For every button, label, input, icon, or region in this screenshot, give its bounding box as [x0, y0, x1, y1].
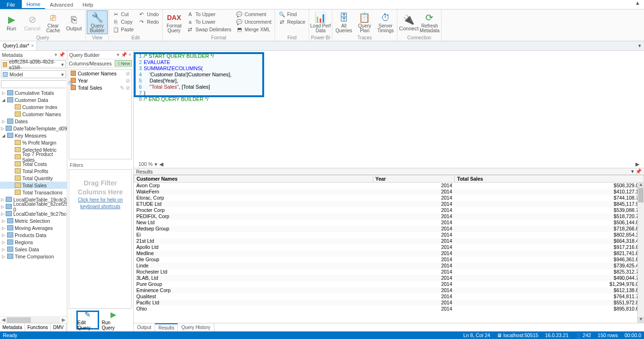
- expander-icon[interactable]: ▷: [1, 204, 4, 209]
- item-action[interactable]: ⊘: [126, 71, 130, 76]
- column-header[interactable]: Customer Names: [134, 175, 373, 183]
- tree-item[interactable]: Customer Names: [0, 110, 67, 118]
- connect-button[interactable]: 🔌Connect: [398, 10, 419, 34]
- scroll-left[interactable]: ◀: [159, 161, 163, 167]
- query-plan-button[interactable]: 📋Query Plan: [354, 10, 375, 34]
- column-header[interactable]: Year: [373, 175, 455, 183]
- tab-output[interactable]: Output: [134, 323, 155, 331]
- tree-item[interactable]: Customer Index: [0, 103, 67, 110]
- zoom-dropdown[interactable]: ▾: [155, 161, 157, 167]
- scroll-right[interactable]: ▶: [635, 161, 639, 167]
- help-link[interactable]: keyboard shortcuts: [80, 204, 120, 209]
- run-button[interactable]: ▶Run: [1, 10, 22, 34]
- close-icon[interactable]: ×: [31, 43, 34, 48]
- to-lower-button[interactable]: aTo Lower: [185, 18, 233, 26]
- qb-item[interactable]: Total Sales✎⊘: [69, 84, 131, 91]
- tree-item[interactable]: ◢Key Measures: [0, 132, 67, 139]
- qb-item[interactable]: Year⊘: [69, 77, 131, 84]
- table-row[interactable]: 3LAB, Ltd2014$490,044.70: [134, 275, 644, 281]
- cut-button[interactable]: ✂Cut: [111, 10, 135, 18]
- undo-button[interactable]: ↶Undo: [137, 10, 160, 18]
- tree-item[interactable]: ▷Time Comparison: [0, 253, 67, 260]
- table-row[interactable]: Ei2014$802,854.30: [134, 232, 644, 238]
- paste-button[interactable]: 📋Paste: [111, 26, 135, 33]
- tab-query-history[interactable]: Query History: [178, 323, 214, 331]
- tree-item[interactable]: Total Profits: [0, 167, 67, 174]
- table-row[interactable]: PEDIFIX, Corp2014$518,720.70: [134, 213, 644, 220]
- tree-item[interactable]: ▷Dates: [0, 118, 67, 125]
- filters-drop-zone[interactable]: Drag Filter Columns Here Click here for …: [69, 169, 132, 309]
- tab-functions[interactable]: Functions: [25, 323, 51, 331]
- help-link[interactable]: Click here for help on: [78, 197, 123, 202]
- pin-icon[interactable]: 📌: [59, 52, 65, 58]
- refresh-metadata-button[interactable]: ⟳Refresh Metadata: [419, 10, 440, 34]
- comment-button[interactable]: 💬Comment: [235, 10, 273, 18]
- tree-item[interactable]: ▷Regions: [0, 238, 67, 246]
- cancel-button[interactable]: ⊘Cancel: [22, 10, 43, 34]
- menu-help[interactable]: Help: [78, 0, 98, 9]
- table-row[interactable]: 21st Ltd2014$664,318.40: [134, 238, 644, 244]
- item-action[interactable]: ⊘: [126, 78, 130, 83]
- results-v-scrollbar[interactable]: ▲▼: [637, 182, 644, 323]
- item-action[interactable]: ⊘: [126, 85, 130, 91]
- expander-icon[interactable]: ▷: [1, 226, 6, 230]
- search-input[interactable]: [1, 81, 66, 88]
- pin-icon[interactable]: 📌: [121, 52, 127, 58]
- table-row[interactable]: Ole Group2014$946,361.60: [134, 257, 644, 263]
- table-row[interactable]: Medsep Group2014$718,266.80: [134, 226, 644, 232]
- expander-icon[interactable]: ▷: [1, 233, 6, 238]
- table-row[interactable]: Procter Corp2014$539,088.70: [134, 207, 644, 213]
- run-query-button[interactable]: ▶Run Query: [102, 311, 125, 330]
- tree-item[interactable]: ▷Products Data: [0, 231, 67, 238]
- model-combo[interactable]: Model▾: [1, 70, 66, 78]
- close-icon[interactable]: ×: [129, 52, 131, 58]
- document-tab[interactable]: Query1.dax* ×: [0, 41, 37, 50]
- tree-item[interactable]: ◢Customer Data: [0, 96, 67, 103]
- tab-overflow-dropdown[interactable]: ▾: [635, 41, 644, 50]
- table-row[interactable]: Eminence Corp2014$612,138.80: [134, 287, 644, 293]
- menu-file[interactable]: File: [0, 0, 22, 9]
- expander-icon[interactable]: ▷: [1, 247, 6, 252]
- output-button[interactable]: ⎘Output: [64, 10, 84, 34]
- tree-item[interactable]: ▷LocalDateTable_62cef255-0: [0, 203, 67, 210]
- column-header[interactable]: Total Sales: [455, 175, 644, 183]
- query-builder-button[interactable]: 🔧Query Builder: [87, 10, 108, 34]
- tree-item[interactable]: ▷DateTableTemplate_d095fb: [0, 125, 67, 132]
- tab-metadata[interactable]: Metadata: [0, 323, 25, 331]
- new-measure-button[interactable]: ☆New: [115, 60, 132, 66]
- table-row[interactable]: Avon Corp2014$508,329.00: [134, 183, 644, 189]
- expander-icon[interactable]: ▷: [1, 91, 6, 95]
- tree-item[interactable]: ▷Metric Selection: [0, 217, 67, 224]
- expander-icon[interactable]: ▷: [1, 119, 6, 124]
- metadata-h-scrollbar[interactable]: ◀▶: [0, 316, 67, 323]
- table-row[interactable]: Apollo Ltd2014$917,216.60: [134, 244, 644, 250]
- redo-button[interactable]: ↷Redo: [137, 18, 160, 26]
- server-timings-button[interactable]: ⏱Server Timings: [375, 10, 396, 34]
- tree-item[interactable]: ▷Cumulative Totals: [0, 89, 67, 96]
- menu-home[interactable]: Home: [22, 0, 45, 9]
- code-editor[interactable]: 1/* START QUERY BUILDER */2EVALUATE3SUMM…: [134, 51, 644, 168]
- database-combo[interactable]: ebffc284-a09b-4b2d-a1b8-▾: [1, 60, 66, 68]
- uncomment-button[interactable]: 💬Uncomment: [235, 18, 273, 26]
- tree-item[interactable]: Total Sales: [0, 182, 67, 189]
- table-row[interactable]: Elorac, Corp2014$744,108.70: [134, 195, 644, 201]
- to-upper-button[interactable]: ATo Upper: [185, 10, 233, 18]
- expander-icon[interactable]: ▷: [1, 240, 6, 245]
- all-queries-button[interactable]: 🗄All Queries: [333, 10, 354, 34]
- tree-item[interactable]: ▷Moving Averages: [0, 224, 67, 231]
- table-row[interactable]: Rochester Ltd2014$825,312.70: [134, 269, 644, 275]
- find-button[interactable]: 🔍Find: [277, 10, 307, 18]
- qb-item[interactable]: Customer Names⊘: [69, 70, 131, 77]
- expander-icon[interactable]: ▷: [1, 219, 6, 223]
- table-row[interactable]: Linde2014$739,425.40: [134, 263, 644, 269]
- edit-query-button[interactable]: ✎Edit Query: [76, 311, 99, 330]
- table-row[interactable]: Pure Group2014$1,294,976.00: [134, 281, 644, 287]
- expander-icon[interactable]: ◢: [1, 133, 6, 138]
- expander-icon[interactable]: ▷: [1, 126, 4, 131]
- results-dropdown[interactable]: ▾ 📌: [631, 168, 642, 174]
- tab-dmv[interactable]: DMV: [51, 323, 66, 331]
- expander-icon[interactable]: ▷: [1, 254, 6, 259]
- table-row[interactable]: WakeFern2014$410,127.10: [134, 189, 644, 195]
- item-action[interactable]: ✎: [120, 85, 124, 91]
- ribbon-collapse[interactable]: ▲: [631, 0, 644, 9]
